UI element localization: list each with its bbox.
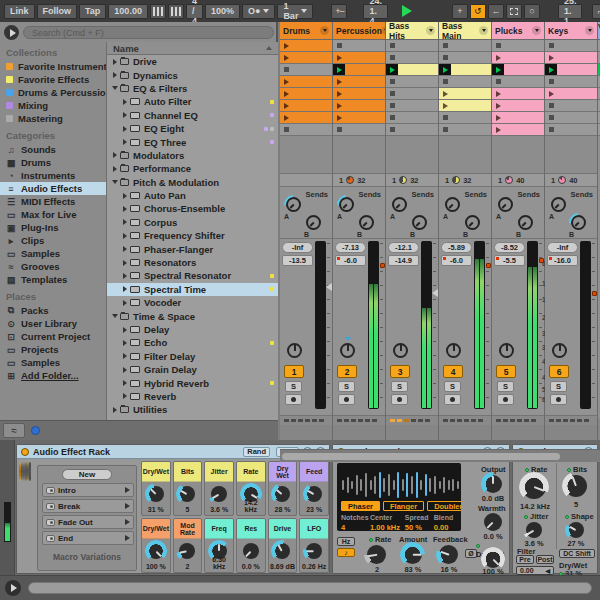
chevron-right-icon[interactable] — [121, 246, 129, 252]
rate-knob[interactable] — [367, 545, 386, 564]
macro-knob[interactable] — [274, 543, 290, 559]
re-enable-automation-icon[interactable]: ← — [488, 4, 504, 19]
clip-slot[interactable] — [333, 76, 385, 88]
track-activator-button[interactable]: 3 — [390, 365, 410, 378]
output-value[interactable]: 0.0 dB — [478, 494, 508, 503]
tree-item-spectral-resonator[interactable]: Spectral Resonator — [107, 269, 278, 282]
empty-clip-slot[interactable] — [439, 40, 491, 52]
clip-slot[interactable] — [280, 40, 332, 52]
chevron-right-icon[interactable] — [121, 380, 129, 386]
camera-icon[interactable] — [46, 487, 55, 494]
peak-level-field[interactable]: -Inf — [282, 242, 313, 253]
sidebar-item-plug-ins[interactable]: ▣Plug-Ins — [0, 221, 106, 234]
macro-value[interactable]: 23 % — [300, 506, 328, 513]
macro-value[interactable]: 5 — [174, 506, 202, 513]
pan-knob[interactable] — [446, 343, 461, 358]
tree-item-utilities[interactable]: Utilities — [107, 403, 278, 416]
send-a-knob[interactable] — [551, 197, 566, 212]
send-a-knob[interactable] — [286, 197, 301, 212]
send-b-knob[interactable] — [518, 215, 533, 230]
hz-mode-button[interactable]: Hz — [337, 537, 355, 546]
tree-item-auto-filter[interactable]: Auto Filter — [107, 95, 278, 108]
rack-chain-button[interactable] — [29, 462, 31, 481]
param-center[interactable]: Center1.00 kHz — [370, 514, 405, 531]
sidebar-item-midi-effects[interactable]: ☰MIDI Effects — [0, 195, 106, 208]
track-header[interactable]: Drums — [280, 22, 332, 40]
macro-knob[interactable] — [179, 486, 195, 502]
output-knob[interactable] — [484, 475, 502, 493]
volume-field[interactable]: -16.0 — [547, 255, 578, 266]
sidebar-item-clips[interactable]: ▸Clips — [0, 234, 106, 247]
tree-item-corpus[interactable]: Corpus — [107, 216, 278, 229]
variation-row-end[interactable]: End — [42, 531, 134, 545]
send-a-knob[interactable] — [445, 197, 460, 212]
empty-clip-slot[interactable] — [545, 100, 597, 112]
fader-handle[interactable] — [486, 263, 491, 268]
track-header[interactable]: Plucks — [492, 22, 544, 40]
amount-value[interactable]: 83 % — [399, 565, 427, 574]
macro-value[interactable]: 28 % — [269, 506, 297, 513]
chevron-right-icon[interactable] — [111, 152, 119, 158]
device-activator-led[interactable] — [21, 448, 29, 456]
track-activator-button[interactable]: 2 — [337, 365, 357, 378]
peak-level-field[interactable]: -12.1 — [388, 242, 419, 253]
tree-item-eq-eight[interactable]: EQ Eight — [107, 122, 278, 135]
macro-knob[interactable] — [211, 486, 227, 502]
groove-pool-button[interactable]: ≈ — [3, 423, 25, 438]
chevron-right-icon[interactable] — [121, 353, 129, 359]
empty-clip-slot[interactable] — [386, 52, 438, 64]
macro-knob[interactable] — [148, 486, 164, 502]
clip-slot[interactable] — [545, 52, 597, 64]
device-scrollbar[interactable] — [28, 582, 592, 594]
param-value[interactable]: 4 — [341, 523, 370, 531]
tree-item-vocoder[interactable]: Vocoder — [107, 296, 278, 309]
empty-clip-slot[interactable] — [333, 124, 385, 136]
sidebar-item-sounds[interactable]: ♫Sounds — [0, 143, 106, 156]
volume-field[interactable]: -6.0 — [335, 255, 366, 266]
loop-start-field[interactable]: 25. 1. 1 — [558, 4, 583, 19]
volume-fader[interactable] — [527, 241, 538, 409]
empty-clip-slot[interactable] — [386, 88, 438, 100]
metronome-button[interactable]: O● — [242, 4, 275, 19]
empty-clip-slot[interactable] — [386, 76, 438, 88]
clip-slot[interactable] — [492, 64, 544, 76]
macro-knob[interactable] — [306, 543, 322, 559]
sidebar-item-current-project[interactable]: ⊡Current Project — [0, 330, 106, 343]
session-record-icon[interactable]: ○ — [524, 4, 540, 19]
tree-item-filter-delay[interactable]: Filter Delay — [107, 350, 278, 363]
tree-item-resonators[interactable]: Resonators — [107, 256, 278, 269]
empty-clip-slot[interactable] — [386, 100, 438, 112]
tree-item-eq-three[interactable]: EQ Three — [107, 135, 278, 148]
clip-slot[interactable] — [333, 112, 385, 124]
track-header[interactable]: Keys — [545, 22, 597, 40]
chevron-right-icon[interactable] — [121, 139, 129, 145]
volume-field[interactable]: -6.0 — [441, 255, 472, 266]
chevron-down-icon[interactable] — [111, 180, 119, 184]
track-menu-icon[interactable] — [320, 26, 329, 35]
tree-item-performance[interactable]: Performance — [107, 162, 278, 175]
empty-clip-slot[interactable] — [545, 124, 597, 136]
macro-value[interactable]: 31 % — [142, 506, 170, 513]
chevron-right-icon[interactable] — [121, 112, 129, 118]
clip-slot[interactable] — [280, 52, 332, 64]
clip-slot[interactable] — [333, 88, 385, 100]
track-menu-icon[interactable] — [585, 26, 594, 35]
warmth-knob[interactable] — [484, 513, 502, 531]
feedback-knob[interactable] — [439, 545, 458, 564]
chevron-right-icon[interactable] — [111, 166, 119, 172]
variation-row-break[interactable]: Break — [42, 499, 134, 513]
tree-item-echo[interactable]: Echo — [107, 336, 278, 349]
macro-value[interactable]: 0.26 Hz — [300, 563, 328, 570]
tree-item-delay[interactable]: Delay — [107, 323, 278, 336]
macro-value[interactable]: 8.69 dB — [269, 563, 297, 570]
volume-fader[interactable] — [368, 241, 379, 409]
empty-clip-slot[interactable] — [545, 40, 597, 52]
camera-icon[interactable] — [46, 503, 55, 510]
macro-knob[interactable] — [274, 486, 290, 502]
sidebar-item-instruments[interactable]: ◔Instruments — [0, 169, 106, 182]
param-notches[interactable]: Notches4 — [341, 514, 370, 531]
tree-header[interactable]: Name — [107, 42, 278, 55]
collection-item[interactable]: Favorite Effects — [0, 73, 106, 86]
sidebar-item-samples[interactable]: ▭Samples — [0, 247, 106, 260]
rate-value[interactable]: 2 — [363, 565, 391, 574]
